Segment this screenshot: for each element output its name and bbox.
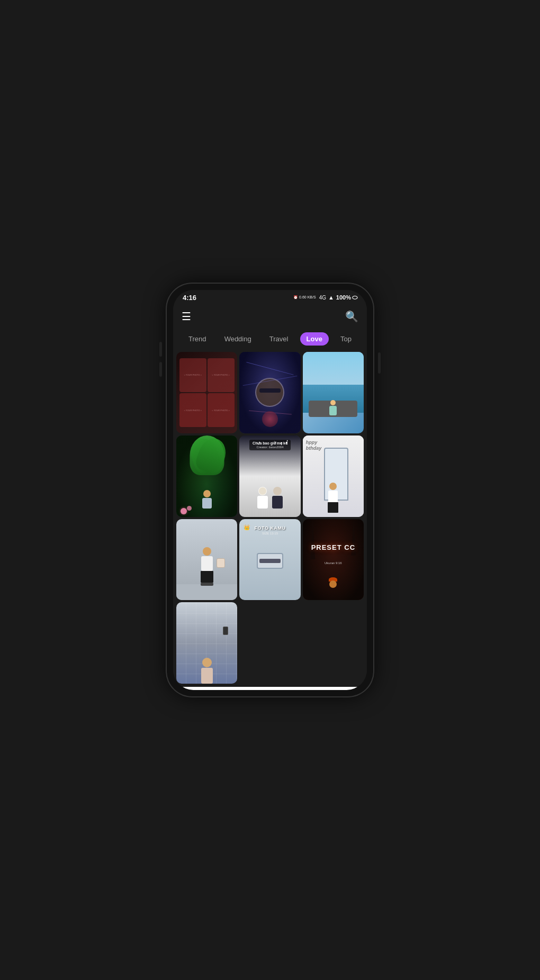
walk-head [203,547,211,556]
preset-sub-text: Ukuran 9:16 [303,561,364,565]
status-time: 4:16 [183,294,196,302]
data-speed-icon: ⏰ 0.60 KB/S [293,295,316,300]
vol-up-button [159,342,162,357]
grid-cell-4[interactable] [176,435,237,517]
manga-panel-2: < YOUR PHOTO > [208,358,235,392]
crown-icon: 👑 [244,524,250,530]
ad-banner: i 👍 Congrats! You're seeing a test ad. M… [173,687,367,690]
floor [176,584,237,601]
body-left [257,496,268,509]
accessory-shape [257,553,283,569]
phone-frame: 4:16 ⏰ 0.60 KB/S 4G ▲ 100% ⬭ ☰ 🔍 Trend [167,284,373,696]
tab-trend[interactable]: Trend [182,332,212,346]
app-content: ☰ 🔍 Trend Wedding Travel Love Top [173,305,367,690]
head-left [258,487,267,495]
battery-icon: 100% ⬭ [336,294,357,301]
grid-cell-7[interactable] [176,519,237,601]
grid-cell-10[interactable] [176,602,237,684]
selfie-body [201,668,213,684]
couple-main-text: Chưa bao giờ mẹ kể [253,441,287,446]
selfie-head [202,658,212,667]
body-right [272,496,283,509]
status-icons: ⏰ 0.60 KB/S 4G ▲ 100% ⬭ [293,294,357,301]
manga-panel-1: < YOUR PHOTO > [179,358,206,392]
grid-cell-5[interactable]: Chưa bao giờ mẹ kể Creator: bsion2004 [239,435,300,517]
birthday-top [328,491,338,502]
grid-cell-2[interactable] [239,352,300,433]
person-head-veg [203,490,211,497]
grid-cell-6[interactable]: hppy bthday [303,435,364,517]
birthday-pants [328,502,338,513]
phone-screen: 4:16 ⏰ 0.60 KB/S 4G ▲ 100% ⬭ ☰ 🔍 Trend [173,290,367,690]
app-header: ☰ 🔍 [173,305,367,328]
grid-cell-9[interactable]: PRESET CC Ukuran 9:16 [303,519,364,601]
tab-wedding[interactable]: Wedding [218,332,258,346]
walking-person [201,547,213,586]
couple-persons [257,487,283,509]
birthday-person [328,483,338,513]
person-body [329,406,337,415]
glasses-bar [259,559,281,563]
veg-person [202,490,212,509]
couple-text-block: Chưa bao giờ mẹ kể Creator: bsion2004 [239,440,300,450]
person-body-veg [202,498,212,509]
category-tabs: Trend Wedding Travel Love Top [173,328,367,352]
flower-1 [181,508,187,514]
grid-cell-3[interactable] [303,352,364,433]
photo-grid: < YOUR PHOTO > < YOUR PHOTO > < YOUR PHO… [173,352,367,684]
manga-panel-4: < YOUR PHOTO > [208,393,235,427]
person-left [257,487,268,509]
hamburger-icon[interactable]: ☰ [182,310,191,323]
walk-pants [201,571,213,583]
head-right [273,487,282,495]
tab-travel[interactable]: Travel [263,332,295,346]
birthday-text: hppy bthday [306,440,322,452]
battery-shape: ⬭ [352,294,357,301]
tab-love[interactable]: Love [300,332,329,346]
manga-panel-3: < YOUR PHOTO > [179,393,206,427]
foto-kamu-sub: SIZE 13:15 [239,532,300,535]
network-icon: 4G [319,295,326,301]
preset-title-text: PRESET CC [303,543,364,551]
beach-person [329,400,337,415]
grid-cell-1[interactable]: < YOUR PHOTO > < YOUR PHOTO > < YOUR PHO… [176,352,237,433]
phone-in-hand [223,627,228,635]
vol-down-button [159,362,162,377]
flower-2 [187,506,192,511]
bag-shape [217,558,225,568]
walk-shoes [201,583,213,586]
grid-cell-8[interactable]: FOTO KAMU SIZE 13:15 👑 [239,519,300,601]
couple-creator-text: Creator: bsion2004 [253,446,287,449]
search-icon[interactable]: 🔍 [345,310,358,323]
power-button [378,352,381,374]
walk-outfit-top [201,556,213,571]
person-right [272,487,283,509]
preset-head [329,580,337,588]
status-bar: 4:16 ⏰ 0.60 KB/S 4G ▲ 100% ⬭ [173,290,367,305]
selfie-person [201,658,213,684]
birthday-head [329,483,337,490]
preset-person [329,577,337,588]
signal-bars-icon: ▲ [328,294,334,301]
cyber-portrait-overlay [239,352,300,433]
flower-shape [262,411,278,427]
manga-grid: < YOUR PHOTO > < YOUR PHOTO > < YOUR PHO… [179,358,235,428]
person-head [330,400,336,405]
tab-top[interactable]: Top [334,332,358,346]
